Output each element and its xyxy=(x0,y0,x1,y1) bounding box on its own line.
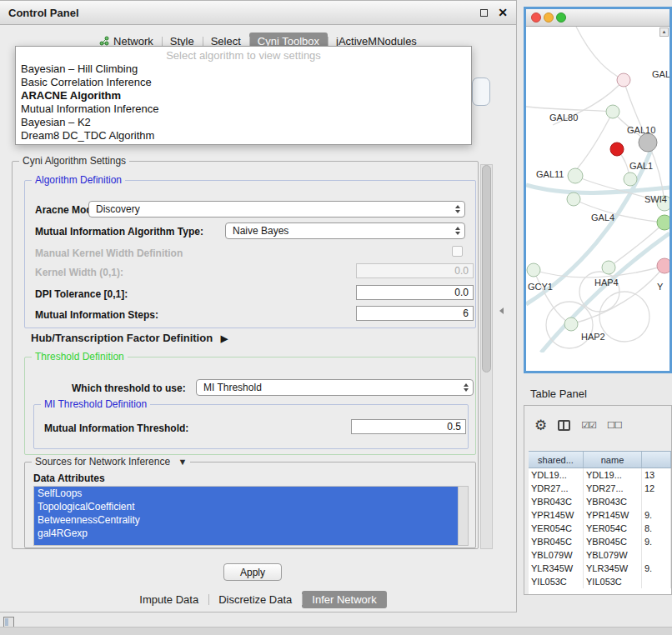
network-node[interactable] xyxy=(617,73,630,87)
column-header[interactable] xyxy=(642,452,671,468)
algorithm-option[interactable]: Bayesian – K2 xyxy=(16,116,471,129)
network-self-loop xyxy=(599,292,649,342)
table-cell: YIL053C xyxy=(584,575,642,588)
mi-steps-input[interactable] xyxy=(356,306,474,321)
scroll-thumb-fragment[interactable] xyxy=(472,78,490,106)
combo-arrows-icon xyxy=(455,227,460,235)
node-label: HAP2 xyxy=(581,332,605,342)
network-node-red[interactable] xyxy=(610,142,624,156)
deselect-all-icon[interactable]: ☐☐ xyxy=(607,420,622,431)
kernel-width-label: Kernel Width (0,1): xyxy=(35,267,123,278)
table-cell: YDR27... xyxy=(529,482,584,495)
select-all-icon[interactable]: ☑☑ xyxy=(581,420,596,431)
network-node[interactable] xyxy=(602,261,615,274)
algorithm-option[interactable]: Mutual Information Inference xyxy=(16,102,471,116)
algorithm-option[interactable]: Dream8 DC_TDC Algorithm xyxy=(16,129,471,142)
aracne-mode-select[interactable]: Discovery xyxy=(88,201,465,218)
table-row[interactable]: YDR27... YDR27... 12 xyxy=(529,482,671,495)
network-node-pink[interactable] xyxy=(657,258,669,273)
minimize-window-icon[interactable] xyxy=(544,13,554,22)
close-icon[interactable]: ✕ xyxy=(498,7,508,18)
mi-threshold-input[interactable] xyxy=(351,419,466,434)
zoom-window-icon[interactable] xyxy=(557,13,566,22)
table-row[interactable]: YLR345W YLR345W 9. xyxy=(529,562,671,575)
threshold-definition-group: Threshold Definition Which threshold to … xyxy=(24,357,476,455)
table-row[interactable]: YBR043C YBR043C xyxy=(529,495,671,508)
sources-title: Sources for Network Inference xyxy=(35,456,170,468)
table-row[interactable]: YBR045C YBR045C 9. xyxy=(529,535,671,548)
network-node-gray[interactable] xyxy=(639,133,657,152)
close-window-icon[interactable] xyxy=(532,13,541,22)
tab-impute-data[interactable]: Impute Data xyxy=(129,591,208,608)
table-cell: YPR145W xyxy=(529,508,584,522)
network-edge xyxy=(576,112,613,170)
table-cell: YBL079W xyxy=(584,548,642,562)
mi-steps-label: Mutual Information Steps: xyxy=(35,309,158,321)
table-panel-window: ⚙ ☑☑ ☐☐ shared... name YDL19... YDL19...… xyxy=(524,405,672,595)
table-cell: YBR043C xyxy=(529,495,584,508)
network-window-titlebar xyxy=(526,9,669,27)
float-window-icon[interactable] xyxy=(480,9,488,17)
table-row[interactable]: YDL19... YDL19... 13 xyxy=(529,468,671,482)
network-edge xyxy=(526,107,613,112)
network-node[interactable] xyxy=(527,263,540,277)
attribute-item[interactable]: gal4RGexp xyxy=(34,527,458,540)
table-cell: 12 xyxy=(642,482,671,495)
table-cell: YER054C xyxy=(584,522,642,535)
split-pane-collapse-handle[interactable] xyxy=(499,308,504,314)
gear-icon[interactable]: ⚙ xyxy=(534,418,547,432)
kernel-width-input[interactable] xyxy=(356,263,474,278)
scroll-up-icon[interactable]: ▲ xyxy=(659,28,669,37)
network-node[interactable] xyxy=(606,105,619,118)
tab-label: Infer Network xyxy=(312,593,376,606)
node-label: GAL4 xyxy=(591,212,614,222)
table-row[interactable]: YER054C YER054C 8. xyxy=(529,522,671,535)
column-header[interactable]: shared... xyxy=(529,452,584,468)
panel-scrollbar-track[interactable] xyxy=(480,164,493,549)
attribute-item[interactable]: TopologicalCoefficient xyxy=(34,500,458,513)
mi-type-select[interactable]: Naive Bayes xyxy=(225,222,465,239)
manual-kernel-label: Manual Kernel Width Definition xyxy=(35,248,183,259)
panel-scrollbar-thumb[interactable] xyxy=(482,165,491,372)
network-node[interactable] xyxy=(568,168,583,183)
tab-discretize-data[interactable]: Discretize Data xyxy=(208,591,302,608)
table-row[interactable]: YPR145W YPR145W 9. xyxy=(529,508,671,522)
which-threshold-select[interactable]: MI Threshold xyxy=(196,379,474,396)
combo-arrows-icon xyxy=(464,383,469,392)
manual-kernel-checkbox[interactable] xyxy=(452,246,463,257)
network-node[interactable] xyxy=(624,172,637,186)
columns-icon[interactable] xyxy=(558,420,570,431)
network-canvas[interactable]: GAL GAL80 GAL10 GAL11 GAL1 SWI4 GAL4 GCY… xyxy=(526,27,669,352)
table-cell: YER054C xyxy=(529,522,584,535)
node-label: GAL10 xyxy=(627,125,655,135)
attribute-item-partial[interactable] xyxy=(34,540,458,546)
hub-definition-expander[interactable]: Hub/Transcription Factor Definition ▶ xyxy=(31,332,228,344)
algorithm-option[interactable]: Bayesian – Hill Climbing xyxy=(16,62,471,76)
tab-infer-network[interactable]: Infer Network xyxy=(302,591,386,608)
column-header[interactable]: name xyxy=(584,452,642,468)
table-cell: YBR045C xyxy=(584,535,642,548)
attribute-list[interactable]: SelfLoops TopologicalCoefficient Between… xyxy=(33,486,469,546)
network-node[interactable] xyxy=(567,192,580,206)
table-cell xyxy=(642,575,671,588)
algorithm-definition-title: Algorithm Definition xyxy=(32,174,125,186)
table-cell: YIL053C xyxy=(529,575,584,588)
table-cell: 9. xyxy=(642,535,671,548)
attribute-list-scrollbar[interactable] xyxy=(458,487,468,545)
table-cell: 9. xyxy=(642,562,671,575)
algorithm-option[interactable]: Basic Correlation Inference xyxy=(16,76,471,89)
network-node[interactable] xyxy=(564,318,578,331)
window-bottom-edge xyxy=(0,627,672,635)
attribute-item[interactable]: BetweennessCentrality xyxy=(34,513,458,527)
attribute-item[interactable]: SelfLoops xyxy=(34,487,458,500)
sources-expander[interactable]: Sources for Network Inference ▼ xyxy=(32,456,190,468)
settings-group-title: Cyni Algorithm Settings xyxy=(19,155,129,167)
table-row[interactable]: YBL079W YBL079W xyxy=(529,548,671,562)
dpi-tolerance-input[interactable] xyxy=(356,285,474,300)
network-view-window: GAL GAL80 GAL10 GAL11 GAL1 SWI4 GAL4 GCY… xyxy=(524,7,672,373)
algorithm-option-selected[interactable]: ARACNE Algorithm xyxy=(16,89,471,102)
apply-button[interactable]: Apply xyxy=(223,563,282,581)
network-node-green[interactable] xyxy=(657,215,669,230)
which-threshold-value: MI Threshold xyxy=(203,382,262,393)
table-row[interactable]: YIL053C YIL053C xyxy=(529,575,671,588)
